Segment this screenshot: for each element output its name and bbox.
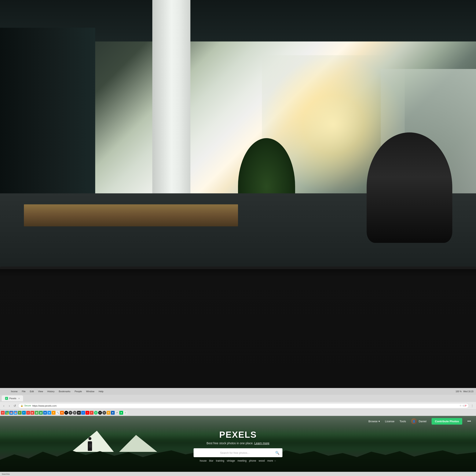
wall-left: [0, 28, 95, 207]
desk: [24, 204, 229, 226]
column: [152, 0, 190, 199]
office-scene: [0, 0, 228, 228]
office-photo-background: [0, 0, 228, 228]
